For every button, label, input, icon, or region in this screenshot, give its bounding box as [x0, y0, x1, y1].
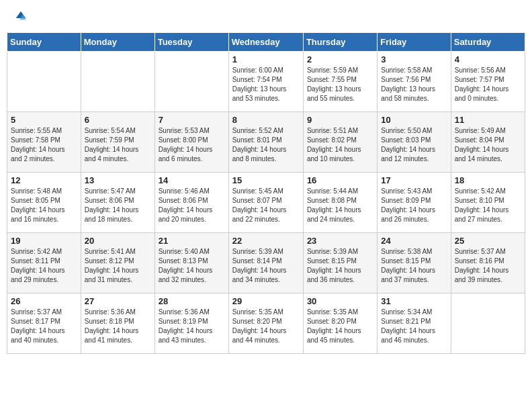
- calendar-cell: 2Sunrise: 5:59 AM Sunset: 7:55 PM Daylig…: [303, 52, 377, 112]
- calendar-cell: 22Sunrise: 5:39 AM Sunset: 8:14 PM Dayli…: [228, 233, 303, 293]
- day-info: Sunrise: 5:54 AM Sunset: 7:59 PM Dayligh…: [85, 126, 151, 164]
- calendar-day-header: Wednesday: [228, 33, 303, 52]
- calendar-cell: 29Sunrise: 5:35 AM Sunset: 8:20 PM Dayli…: [228, 293, 303, 354]
- calendar-cell: 10Sunrise: 5:50 AM Sunset: 8:03 PM Dayli…: [378, 112, 451, 173]
- calendar-day-header: Thursday: [303, 33, 377, 52]
- day-number: 7: [159, 115, 225, 125]
- calendar-table: SundayMondayTuesdayWednesdayThursdayFrid…: [7, 32, 525, 354]
- calendar-day-header: Saturday: [451, 33, 525, 52]
- day-number: 9: [307, 115, 373, 125]
- day-number: 6: [85, 115, 151, 125]
- day-number: 23: [307, 236, 373, 246]
- day-info: Sunrise: 5:35 AM Sunset: 8:20 PM Dayligh…: [232, 308, 300, 345]
- calendar-week-row: 5Sunrise: 5:55 AM Sunset: 7:58 PM Daylig…: [7, 112, 525, 173]
- day-info: Sunrise: 5:55 AM Sunset: 7:58 PM Dayligh…: [11, 126, 77, 164]
- day-number: 28: [159, 296, 225, 306]
- day-number: 29: [232, 296, 300, 306]
- day-info: Sunrise: 5:51 AM Sunset: 8:02 PM Dayligh…: [307, 126, 373, 164]
- day-number: 4: [455, 54, 521, 64]
- calendar-cell: 9Sunrise: 5:51 AM Sunset: 8:02 PM Daylig…: [303, 112, 377, 173]
- day-number: 18: [455, 175, 521, 185]
- calendar-cell: 21Sunrise: 5:40 AM Sunset: 8:13 PM Dayli…: [154, 233, 228, 293]
- calendar-cell: 12Sunrise: 5:48 AM Sunset: 8:05 PM Dayli…: [7, 173, 81, 233]
- day-number: 22: [232, 236, 300, 246]
- day-number: 27: [85, 296, 151, 306]
- day-info: Sunrise: 5:50 AM Sunset: 8:03 PM Dayligh…: [381, 126, 447, 164]
- calendar-cell: 8Sunrise: 5:52 AM Sunset: 8:01 PM Daylig…: [228, 112, 303, 173]
- logo: [13, 10, 27, 22]
- day-info: Sunrise: 5:35 AM Sunset: 8:20 PM Dayligh…: [307, 308, 373, 345]
- day-info: Sunrise: 5:44 AM Sunset: 8:08 PM Dayligh…: [307, 187, 373, 224]
- day-number: 24: [381, 236, 447, 246]
- calendar-day-header: Sunday: [7, 33, 81, 52]
- day-info: Sunrise: 5:52 AM Sunset: 8:01 PM Dayligh…: [232, 126, 300, 164]
- day-info: Sunrise: 5:42 AM Sunset: 8:11 PM Dayligh…: [11, 247, 77, 285]
- calendar-cell: 28Sunrise: 5:36 AM Sunset: 8:19 PM Dayli…: [154, 293, 228, 354]
- day-number: 10: [381, 115, 447, 125]
- day-number: 3: [381, 54, 447, 64]
- calendar-week-row: 1Sunrise: 6:00 AM Sunset: 7:54 PM Daylig…: [7, 52, 525, 112]
- day-number: 5: [11, 115, 77, 125]
- calendar-cell: 30Sunrise: 5:35 AM Sunset: 8:20 PM Dayli…: [303, 293, 377, 354]
- calendar-cell: 3Sunrise: 5:58 AM Sunset: 7:56 PM Daylig…: [378, 52, 451, 112]
- calendar-week-row: 19Sunrise: 5:42 AM Sunset: 8:11 PM Dayli…: [7, 233, 525, 293]
- calendar-week-row: 12Sunrise: 5:48 AM Sunset: 8:05 PM Dayli…: [7, 173, 525, 233]
- calendar-cell: 27Sunrise: 5:36 AM Sunset: 8:18 PM Dayli…: [81, 293, 154, 354]
- day-number: 14: [159, 175, 225, 185]
- day-info: Sunrise: 5:37 AM Sunset: 8:16 PM Dayligh…: [455, 247, 521, 285]
- day-number: 26: [11, 296, 77, 306]
- calendar-cell: 15Sunrise: 5:45 AM Sunset: 8:07 PM Dayli…: [228, 173, 303, 233]
- day-info: Sunrise: 5:48 AM Sunset: 8:05 PM Dayligh…: [11, 187, 77, 224]
- day-info: Sunrise: 5:45 AM Sunset: 8:07 PM Dayligh…: [232, 187, 300, 224]
- day-number: 13: [85, 175, 151, 185]
- calendar-header-row: SundayMondayTuesdayWednesdayThursdayFrid…: [7, 33, 525, 52]
- calendar-cell: 13Sunrise: 5:47 AM Sunset: 8:06 PM Dayli…: [81, 173, 154, 233]
- page-header: [7, 7, 525, 26]
- day-info: Sunrise: 5:36 AM Sunset: 8:19 PM Dayligh…: [159, 308, 225, 345]
- calendar-cell: 26Sunrise: 5:37 AM Sunset: 8:17 PM Dayli…: [7, 293, 81, 354]
- day-info: Sunrise: 5:37 AM Sunset: 8:17 PM Dayligh…: [11, 308, 77, 345]
- calendar-cell: 18Sunrise: 5:42 AM Sunset: 8:10 PM Dayli…: [451, 173, 525, 233]
- day-info: Sunrise: 6:00 AM Sunset: 7:54 PM Dayligh…: [232, 66, 300, 103]
- day-info: Sunrise: 5:47 AM Sunset: 8:06 PM Dayligh…: [85, 187, 151, 224]
- day-info: Sunrise: 5:41 AM Sunset: 8:12 PM Dayligh…: [85, 247, 151, 285]
- day-info: Sunrise: 5:36 AM Sunset: 8:18 PM Dayligh…: [85, 308, 151, 345]
- calendar-cell: 23Sunrise: 5:39 AM Sunset: 8:15 PM Dayli…: [303, 233, 377, 293]
- calendar-cell: 31Sunrise: 5:34 AM Sunset: 8:21 PM Dayli…: [378, 293, 451, 354]
- calendar-cell: 16Sunrise: 5:44 AM Sunset: 8:08 PM Dayli…: [303, 173, 377, 233]
- day-number: 17: [381, 175, 447, 185]
- calendar-cell: [451, 293, 525, 354]
- day-info: Sunrise: 5:43 AM Sunset: 8:09 PM Dayligh…: [381, 187, 447, 224]
- day-number: 8: [232, 115, 300, 125]
- day-info: Sunrise: 5:39 AM Sunset: 8:14 PM Dayligh…: [232, 247, 300, 285]
- day-info: Sunrise: 5:56 AM Sunset: 7:57 PM Dayligh…: [455, 66, 521, 103]
- calendar-cell: 17Sunrise: 5:43 AM Sunset: 8:09 PM Dayli…: [378, 173, 451, 233]
- calendar-day-header: Tuesday: [154, 33, 228, 52]
- calendar-cell: 5Sunrise: 5:55 AM Sunset: 7:58 PM Daylig…: [7, 112, 81, 173]
- calendar-day-header: Monday: [81, 33, 154, 52]
- day-number: 15: [232, 175, 300, 185]
- day-info: Sunrise: 5:58 AM Sunset: 7:56 PM Dayligh…: [381, 66, 447, 103]
- day-number: 19: [11, 236, 77, 246]
- calendar-cell: 24Sunrise: 5:38 AM Sunset: 8:15 PM Dayli…: [378, 233, 451, 293]
- calendar-cell: 4Sunrise: 5:56 AM Sunset: 7:57 PM Daylig…: [451, 52, 525, 112]
- day-number: 2: [307, 54, 373, 64]
- day-number: 31: [381, 296, 447, 306]
- calendar-cell: 1Sunrise: 6:00 AM Sunset: 7:54 PM Daylig…: [228, 52, 303, 112]
- day-info: Sunrise: 5:34 AM Sunset: 8:21 PM Dayligh…: [381, 308, 447, 345]
- day-info: Sunrise: 5:42 AM Sunset: 8:10 PM Dayligh…: [455, 187, 521, 224]
- calendar-cell: [154, 52, 228, 112]
- day-info: Sunrise: 5:46 AM Sunset: 8:06 PM Dayligh…: [159, 187, 225, 224]
- day-number: 16: [307, 175, 373, 185]
- day-number: 30: [307, 296, 373, 306]
- calendar-cell: 7Sunrise: 5:53 AM Sunset: 8:00 PM Daylig…: [154, 112, 228, 173]
- calendar-cell: 25Sunrise: 5:37 AM Sunset: 8:16 PM Dayli…: [451, 233, 525, 293]
- calendar-cell: 20Sunrise: 5:41 AM Sunset: 8:12 PM Dayli…: [81, 233, 154, 293]
- day-info: Sunrise: 5:39 AM Sunset: 8:15 PM Dayligh…: [307, 247, 373, 285]
- calendar-cell: 14Sunrise: 5:46 AM Sunset: 8:06 PM Dayli…: [154, 173, 228, 233]
- day-info: Sunrise: 5:40 AM Sunset: 8:13 PM Dayligh…: [159, 247, 225, 285]
- calendar-cell: [7, 52, 81, 112]
- day-number: 20: [85, 236, 151, 246]
- day-number: 11: [455, 115, 521, 125]
- day-info: Sunrise: 5:59 AM Sunset: 7:55 PM Dayligh…: [307, 66, 373, 103]
